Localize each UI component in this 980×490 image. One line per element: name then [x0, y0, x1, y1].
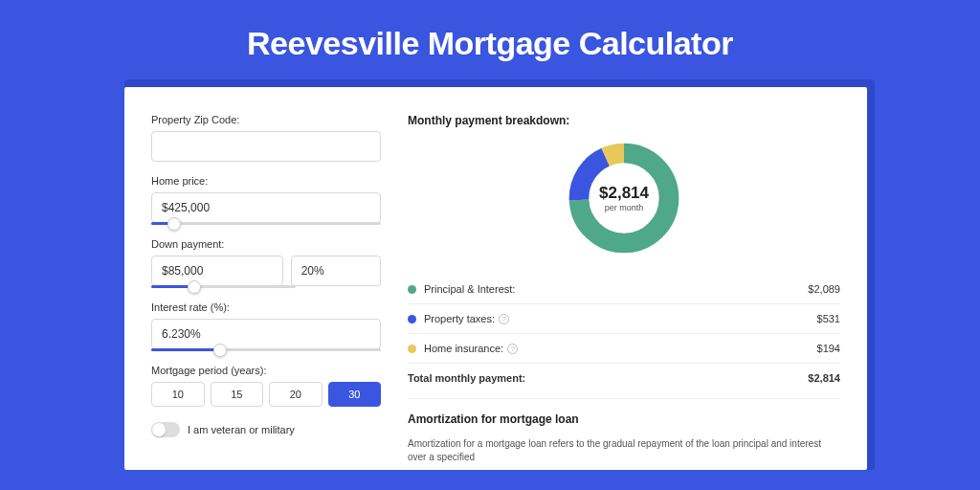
calculator-card: Property Zip Code: Home price: Down paym…: [124, 87, 867, 470]
period-btn-20[interactable]: 20: [269, 382, 323, 407]
period-btn-30[interactable]: 30: [328, 382, 382, 407]
zip-group: Property Zip Code:: [151, 114, 381, 162]
row-label: Property taxes:: [424, 313, 495, 324]
period-btn-10[interactable]: 10: [151, 382, 205, 407]
donut-wrap: $2,814 per month: [408, 139, 840, 257]
period-btn-15[interactable]: 15: [211, 382, 264, 407]
row-value: $2,089: [808, 283, 840, 295]
row-property-taxes: Property taxes: ? $531: [408, 303, 840, 333]
down-payment-input[interactable]: [151, 256, 283, 286]
dot-icon: [408, 345, 416, 353]
period-label: Mortgage period (years):: [151, 365, 381, 376]
veteran-row: I am veteran or military: [151, 422, 381, 437]
dot-icon: [408, 315, 416, 323]
card-shadow: Property Zip Code: Home price: Down paym…: [124, 79, 875, 470]
home-price-group: Home price:: [151, 175, 381, 225]
row-label: Principal & Interest:: [424, 283, 515, 295]
breakdown-column: Monthly payment breakdown: $2,814 per mo…: [408, 114, 840, 470]
row-total: Total monthly payment: $2,814: [408, 363, 840, 392]
interest-label: Interest rate (%):: [151, 301, 381, 313]
veteran-toggle[interactable]: [151, 422, 180, 437]
breakdown-title: Monthly payment breakdown:: [408, 114, 840, 127]
total-value: $2,814: [808, 372, 840, 384]
slider-thumb[interactable]: [167, 217, 181, 231]
home-price-label: Home price:: [151, 175, 381, 187]
period-group: Mortgage period (years): 10 15 20 30: [151, 365, 381, 407]
row-value: $194: [817, 343, 840, 354]
down-payment-pct-input[interactable]: [291, 256, 381, 286]
donut-amount: $2,814: [599, 184, 649, 203]
veteran-label: I am veteran or military: [188, 424, 295, 435]
dot-icon: [408, 285, 416, 294]
row-home-insurance: Home insurance: ? $194: [408, 333, 840, 363]
amortization-section: Amortization for mortgage loan Amortizat…: [408, 398, 840, 464]
donut-chart: $2,814 per month: [565, 139, 683, 257]
info-icon[interactable]: ?: [499, 314, 509, 324]
interest-slider[interactable]: [151, 348, 381, 351]
row-label: Home insurance:: [424, 343, 503, 354]
down-payment-slider[interactable]: [151, 285, 296, 288]
down-payment-group: Down payment:: [151, 238, 381, 288]
zip-input[interactable]: [151, 131, 381, 162]
toggle-knob: [152, 423, 166, 436]
row-value: $531: [817, 313, 840, 324]
inputs-column: Property Zip Code: Home price: Down paym…: [151, 114, 381, 470]
info-icon[interactable]: ?: [507, 344, 518, 354]
interest-group: Interest rate (%):: [151, 301, 381, 351]
down-payment-label: Down payment:: [151, 238, 381, 250]
interest-input[interactable]: [151, 319, 381, 349]
total-label: Total monthly payment:: [408, 372, 525, 384]
home-price-slider[interactable]: [151, 222, 381, 225]
home-price-input[interactable]: [151, 192, 381, 223]
slider-thumb[interactable]: [213, 344, 227, 357]
zip-label: Property Zip Code:: [151, 114, 381, 125]
amortization-title: Amortization for mortgage loan: [408, 412, 840, 426]
slider-thumb[interactable]: [188, 280, 201, 294]
donut-sub: per month: [605, 203, 644, 212]
row-principal-interest: Principal & Interest: $2,089: [408, 275, 840, 303]
amortization-text: Amortization for a mortgage loan refers …: [408, 437, 840, 464]
period-options: 10 15 20 30: [151, 382, 381, 407]
page-title: Reevesville Mortgage Calculator: [0, 0, 980, 79]
